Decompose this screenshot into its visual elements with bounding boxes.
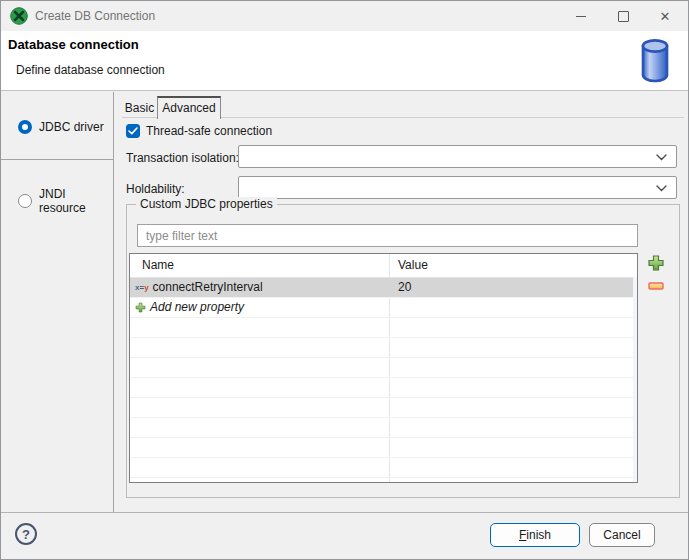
create-db-connection-dialog: Create DB Connection ✕ Database connecti… <box>0 0 689 560</box>
radio-jdbc-driver[interactable]: JDBC driver <box>18 120 104 134</box>
table-row-empty[interactable] <box>130 358 637 378</box>
thread-safe-checkbox[interactable] <box>126 124 140 138</box>
variable-icon: x=y <box>135 284 149 292</box>
transaction-isolation-label: Transaction isolation: <box>126 151 239 165</box>
remove-property-button[interactable] <box>648 281 664 291</box>
vertical-scrollbar[interactable] <box>633 277 637 482</box>
thread-safe-row: Thread-safe connection <box>126 124 272 138</box>
dialog-header: Database connection Define database conn… <box>1 31 688 91</box>
table-header: Name Value <box>130 254 637 278</box>
table-row-empty[interactable] <box>130 318 637 338</box>
table-empty-rows <box>130 318 637 483</box>
tab-advanced[interactable]: Advanced <box>157 96 221 119</box>
custom-jdbc-properties-group: Custom JDBC properties Name Value x=y co… <box>126 204 680 498</box>
thread-safe-label[interactable]: Thread-safe connection <box>146 124 272 138</box>
properties-table: Name Value x=y connectRetryInterval 20 <box>129 253 638 483</box>
property-name-cell: x=y connectRetryInterval <box>130 278 263 297</box>
window-title: Create DB Connection <box>35 1 155 31</box>
table-row-empty[interactable] <box>130 378 637 398</box>
radio-label: JDBC driver <box>39 120 104 134</box>
page-title: Database connection <box>8 37 139 52</box>
title-bar: Create DB Connection ✕ <box>1 1 688 31</box>
add-property-label: Add new property <box>150 298 244 317</box>
table-row-connectretryinterval[interactable]: x=y connectRetryInterval 20 <box>130 278 637 298</box>
transaction-isolation-select[interactable] <box>238 145 677 168</box>
footer-divider <box>1 512 689 513</box>
table-row-empty[interactable] <box>130 478 637 483</box>
add-property-cell: Add new property <box>130 298 244 317</box>
help-button[interactable]: ? <box>15 523 37 545</box>
column-header-value[interactable]: Value <box>398 254 428 277</box>
tab-basic[interactable]: Basic <box>122 99 157 118</box>
group-title: Custom JDBC properties <box>136 197 277 211</box>
radio-jndi-resource[interactable]: JNDI resource <box>18 187 113 215</box>
finish-button[interactable]: Finish <box>490 523 580 547</box>
property-name: connectRetryInterval <box>153 278 263 297</box>
page-subtitle: Define database connection <box>16 63 165 77</box>
app-logo-icon <box>10 7 28 25</box>
table-row-empty[interactable] <box>130 458 637 478</box>
table-row-empty[interactable] <box>130 398 637 418</box>
table-row-empty[interactable] <box>130 438 637 458</box>
radio-label: JNDI resource <box>39 187 113 215</box>
add-property-button[interactable] <box>648 255 664 271</box>
database-icon <box>640 38 670 83</box>
filter-input[interactable] <box>137 224 638 247</box>
question-mark-icon: ? <box>22 527 30 542</box>
connection-type-sidebar: JDBC driver JNDI resource <box>1 92 114 512</box>
minimize-icon[interactable] <box>560 1 602 31</box>
radio-selected-icon <box>18 120 32 134</box>
table-row-empty[interactable] <box>130 418 637 438</box>
window-controls: ✕ <box>560 1 686 31</box>
holdability-select[interactable] <box>238 176 677 199</box>
property-value-cell[interactable]: 20 <box>398 278 411 297</box>
close-icon[interactable]: ✕ <box>644 1 686 31</box>
check-icon <box>128 127 138 135</box>
add-plus-icon <box>135 302 146 313</box>
sidebar-divider <box>1 159 114 160</box>
table-row-add-new-property[interactable]: Add new property <box>130 298 637 318</box>
column-header-name[interactable]: Name <box>142 254 174 277</box>
chevron-down-icon <box>656 185 667 192</box>
radio-unselected-icon <box>18 194 32 208</box>
holdability-label: Holdability: <box>126 182 185 196</box>
cancel-button[interactable]: Cancel <box>589 523 655 547</box>
chevron-down-icon <box>656 154 667 161</box>
maximize-icon[interactable] <box>602 1 644 31</box>
table-row-empty[interactable] <box>130 338 637 358</box>
